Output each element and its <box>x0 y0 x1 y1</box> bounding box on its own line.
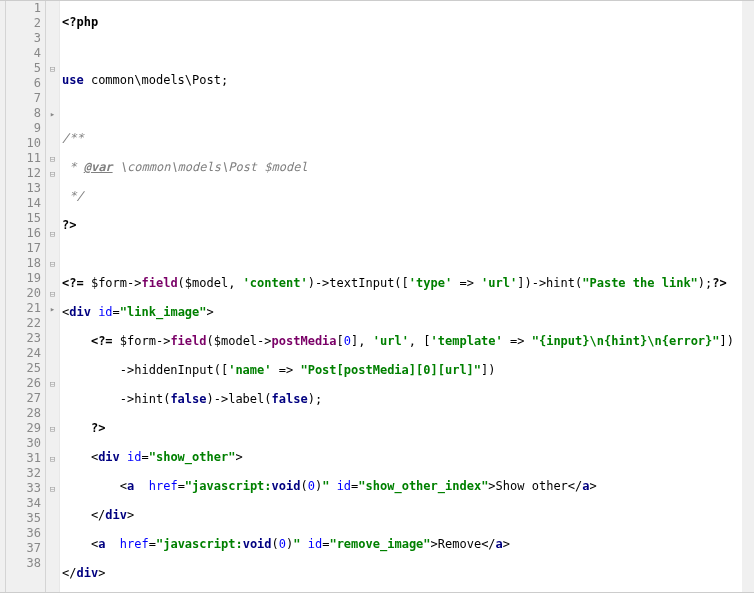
fold-toggle[interactable] <box>46 481 59 496</box>
text: => <box>503 334 532 348</box>
string: 'type' <box>409 276 452 290</box>
line-number: 7 <box>6 91 45 106</box>
fold-marker <box>46 136 59 151</box>
code-line[interactable]: </div> <box>60 508 754 523</box>
fold-marker <box>46 556 59 571</box>
number: 0 <box>279 537 286 551</box>
code-line[interactable]: use common\models\Post; <box>60 73 754 88</box>
line-number: 34 <box>6 496 45 511</box>
code-line[interactable]: ->hiddenInput(['name' => "Post[postMedia… <box>60 363 754 378</box>
fold-marker <box>46 271 59 286</box>
html-tag: div <box>105 508 127 522</box>
fold-toggle[interactable] <box>46 256 59 271</box>
keyword-false: false <box>272 392 308 406</box>
fold-marker <box>46 436 59 451</box>
text: < <box>62 450 98 464</box>
string: 'url' <box>373 334 409 348</box>
line-number: 30 <box>6 436 45 451</box>
line-number: 27 <box>6 391 45 406</box>
string: "javascript: <box>156 537 243 551</box>
line-number: 10 <box>6 136 45 151</box>
fold-column[interactable] <box>46 1 60 592</box>
fold-toggle[interactable] <box>46 106 59 121</box>
code-line[interactable] <box>60 44 754 59</box>
html-attr: id <box>127 450 141 464</box>
code-line[interactable]: <?= $form->field($model->postMedia[0], '… <box>60 334 754 349</box>
line-number: 18 <box>6 256 45 271</box>
fold-marker <box>46 346 59 361</box>
text: ( <box>272 537 279 551</box>
text: $form-> <box>84 276 142 290</box>
code-line[interactable] <box>60 247 754 262</box>
fold-toggle[interactable] <box>46 451 59 466</box>
line-number: 1 <box>6 1 45 16</box>
fold-toggle[interactable] <box>46 301 59 316</box>
line-number: 23 <box>6 331 45 346</box>
fold-marker <box>46 76 59 91</box>
code-editor[interactable]: 1 2 3 4 5 6 7 8 9 10 11 12 13 14 15 16 1… <box>0 0 754 593</box>
code-line[interactable]: ?> <box>60 421 754 436</box>
text: >Show other</ <box>488 479 582 493</box>
fold-marker <box>46 466 59 481</box>
text: ); <box>308 392 322 406</box>
line-number: 11 <box>6 151 45 166</box>
keyword-void: void <box>272 479 301 493</box>
code-line[interactable]: <a href="javascript:void(0)" id="show_ot… <box>60 479 754 494</box>
line-number: 29 <box>6 421 45 436</box>
code-line[interactable]: */ <box>60 189 754 204</box>
code-line[interactable]: ->hint(false)->label(false); <box>60 392 754 407</box>
fold-toggle[interactable] <box>46 226 59 241</box>
string: "Paste the link" <box>582 276 698 290</box>
line-number: 9 <box>6 121 45 136</box>
code-line[interactable]: /** <box>60 131 754 146</box>
string: 'template' <box>431 334 503 348</box>
code-line[interactable]: <div id="show_other"> <box>60 450 754 465</box>
fold-toggle[interactable] <box>46 421 59 436</box>
code-line[interactable]: ?> <box>60 218 754 233</box>
fold-toggle[interactable] <box>46 151 59 166</box>
string: 'content' <box>243 276 308 290</box>
method: field <box>141 276 177 290</box>
line-number: 21 <box>6 301 45 316</box>
fold-marker <box>46 31 59 46</box>
code-line[interactable]: * @var \common\models\Post $model <box>60 160 754 175</box>
code-area[interactable]: <?php use common\models\Post; /** * @var… <box>60 1 754 592</box>
doc-comment: \common\models\Post $model <box>113 160 308 174</box>
line-number: 25 <box>6 361 45 376</box>
fold-toggle[interactable] <box>46 61 59 76</box>
line-number: 37 <box>6 541 45 556</box>
string: 'url' <box>481 276 517 290</box>
string: 'name' <box>228 363 271 377</box>
fold-toggle[interactable] <box>46 286 59 301</box>
html-attr: id <box>98 305 112 319</box>
text: ->hiddenInput([ <box>62 363 228 377</box>
code-line[interactable]: <?php <box>60 15 754 30</box>
line-number: 32 <box>6 466 45 481</box>
text: </ <box>62 508 105 522</box>
code-line[interactable]: <a href="javascript:void(0)" id="remove_… <box>60 537 754 552</box>
line-number: 14 <box>6 196 45 211</box>
code-line[interactable]: <div id="link_image"> <box>60 305 754 320</box>
text: ); <box>698 276 712 290</box>
text: ($model-> <box>207 334 272 348</box>
php-echo-tag: <?= <box>62 276 84 290</box>
fold-toggle[interactable] <box>46 166 59 181</box>
code-line[interactable]: </div> <box>60 566 754 581</box>
doc-tag: @var <box>84 160 113 174</box>
vertical-scrollbar[interactable] <box>742 1 754 592</box>
text: ( <box>300 479 307 493</box>
string: "Post[postMedia][0][url]" <box>300 363 481 377</box>
line-number: 28 <box>6 406 45 421</box>
string: "remove_image" <box>329 537 430 551</box>
code-line[interactable]: <?= $form->field($model, 'content')->tex… <box>60 276 754 291</box>
line-number: 2 <box>6 16 45 31</box>
code-line[interactable] <box>60 102 754 117</box>
string: " <box>293 537 307 551</box>
text: > <box>207 305 214 319</box>
text: [ <box>337 334 344 348</box>
text: > <box>503 537 510 551</box>
text: </ <box>62 566 76 580</box>
keyword-false: false <box>170 392 206 406</box>
string: " <box>322 479 336 493</box>
fold-toggle[interactable] <box>46 376 59 391</box>
